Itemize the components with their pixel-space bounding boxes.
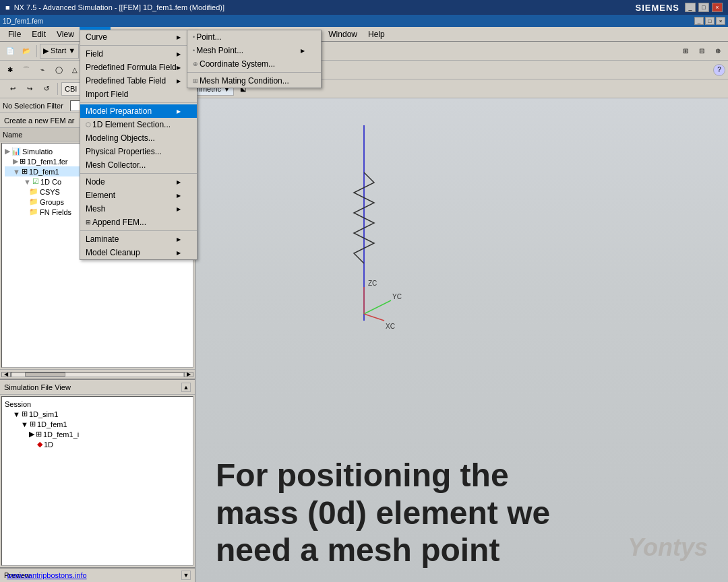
menu-sep3 bbox=[80, 173, 197, 174]
menu-curve[interactable]: Curve ▶ bbox=[80, 30, 197, 44]
viewport-3d[interactable]: ZC YC XC For positioning the mass (0d) e… bbox=[195, 98, 728, 582]
tb3-refresh[interactable]: ↺ bbox=[39, 82, 54, 96]
sim-file-item[interactable]: ▼ ⊞ 1D_sim1 bbox=[5, 409, 190, 419]
sim-file-item[interactable]: ▶ ⊞ 1D_fem1_i bbox=[5, 429, 190, 439]
menu-edit[interactable]: Edit bbox=[26, 27, 51, 41]
tb2-1[interactable]: ✱ bbox=[3, 63, 18, 77]
tb3-redo[interactable]: ↪ bbox=[22, 82, 37, 96]
inner-title-text: 1D_fem1.fem bbox=[3, 18, 43, 25]
tree-name-col: Name bbox=[3, 131, 22, 139]
svg-text:YC: YC bbox=[392, 293, 402, 300]
menu-help[interactable]: Help bbox=[363, 27, 390, 41]
menu-field[interactable]: Field ▶ bbox=[80, 47, 197, 61]
menu-1d-element-section[interactable]: ⬡ 1D Element Section... bbox=[80, 118, 197, 131]
tb-right2[interactable]: ⊟ bbox=[694, 44, 709, 59]
sim-file-item-label: 1D_fem1 bbox=[37, 420, 67, 428]
tree-item-label: FN Fields bbox=[40, 208, 71, 216]
sim-file-title: Simulation File View bbox=[4, 383, 71, 391]
inner-title-bar: 1D_fem1.fem _ □ × bbox=[0, 15, 728, 27]
menu-laminate[interactable]: Laminate ▶ bbox=[80, 232, 197, 246]
model-svg: ZC YC XC bbox=[297, 119, 499, 354]
tree-item-label: Simulatio bbox=[22, 148, 53, 156]
submenu-point[interactable]: • Point... bbox=[187, 30, 321, 44]
inner-restore[interactable]: □ bbox=[705, 17, 715, 25]
sim-file-item-label: 1D_fem1_i bbox=[43, 430, 79, 439]
menu-physical-properties[interactable]: Physical Properties... bbox=[80, 145, 197, 158]
website-link[interactable]: www.cantripbostons.info bbox=[7, 571, 87, 579]
scroll-right[interactable]: ▶ bbox=[184, 372, 193, 377]
inner-window-controls[interactable]: _ □ × bbox=[694, 17, 725, 25]
tb2-3[interactable]: ⌁ bbox=[35, 63, 50, 77]
tb2-2[interactable]: ⌒ bbox=[19, 63, 34, 77]
menu-element[interactable]: Element ▶ bbox=[80, 189, 197, 202]
sep5 bbox=[57, 83, 58, 95]
watermark-text: Yontys bbox=[628, 534, 708, 561]
scroll-left[interactable]: ◀ bbox=[1, 372, 11, 377]
canvas-area: ▶ ⊕ ◯ ⌂ ▣ ⊞ ◈ ⊟ ? ◀ ▶ Default: NX NASTRA… bbox=[195, 98, 728, 582]
svg-text:XC: XC bbox=[386, 323, 395, 330]
tree-item-label: 1D Co bbox=[40, 178, 61, 186]
sim-file-item-label: 1D bbox=[44, 441, 53, 449]
inner-close[interactable]: × bbox=[716, 17, 725, 25]
overlay-line1: For positioning the bbox=[216, 457, 715, 494]
menu-model-cleanup[interactable]: Model Cleanup ▶ bbox=[80, 246, 197, 259]
sim-file-item-label: Session bbox=[5, 400, 31, 408]
menu-mesh-collector[interactable]: Mesh Collector... bbox=[80, 158, 197, 172]
menu-predefined-formula[interactable]: Predefined Formula Field ▶ bbox=[80, 61, 197, 74]
tb2-4[interactable]: ◯ bbox=[51, 63, 66, 77]
tb-right3[interactable]: ⊕ bbox=[710, 44, 725, 59]
menu-sep4 bbox=[80, 230, 197, 231]
menu-sep2 bbox=[80, 102, 197, 103]
inner-minimize[interactable]: _ bbox=[694, 17, 704, 25]
menu-predefined-table[interactable]: Predefined Table Field ▶ bbox=[80, 74, 197, 88]
sim-file-item[interactable]: ◆ 1D bbox=[5, 439, 190, 449]
menu-append-fem[interactable]: ⊞ Append FEM... bbox=[80, 216, 197, 229]
url-text: www.cantripbostons.info bbox=[7, 571, 87, 579]
submenu-mesh-point[interactable]: • Mesh Point... ▶ bbox=[187, 44, 321, 57]
sim-file-header: Simulation File View ▲ bbox=[0, 380, 195, 395]
submenu-mesh-mating[interactable]: ⊞ Mesh Mating Condition... bbox=[187, 74, 321, 88]
menu-import-field[interactable]: Import Field bbox=[80, 88, 197, 101]
maximize-button[interactable]: □ bbox=[698, 3, 709, 12]
tb-start-icon[interactable]: ▶ Start ▼ bbox=[40, 44, 79, 59]
scroll-thumb[interactable] bbox=[25, 373, 65, 377]
sim-file-content[interactable]: Session ▼ ⊞ 1D_sim1 ▼ ⊞ 1D_fem1 ▶ ⊞ 1D_f… bbox=[1, 396, 193, 566]
menu-window[interactable]: Window bbox=[323, 27, 363, 41]
sim-file-expand[interactable]: ▲ bbox=[181, 383, 191, 392]
tb3-undo[interactable]: ↩ bbox=[5, 82, 20, 96]
tb2-help[interactable]: ? bbox=[713, 64, 725, 76]
tb-open[interactable]: 📂 bbox=[19, 44, 34, 59]
minimize-button[interactable]: _ bbox=[685, 3, 696, 12]
sim-file-item[interactable]: Session bbox=[5, 399, 190, 409]
sim-file-controls[interactable]: ▲ bbox=[181, 383, 191, 392]
window-controls[interactable]: _ □ × bbox=[685, 3, 723, 12]
overlay-line2: mass (0d) element we bbox=[216, 494, 715, 531]
scroll-track[interactable] bbox=[11, 372, 184, 377]
tree-hscroll[interactable]: ◀ ▶ bbox=[0, 369, 195, 379]
submenu-coordinate-system[interactable]: ⊕ Coordinate System... bbox=[187, 57, 321, 71]
menu-sep bbox=[80, 45, 197, 46]
close-button[interactable]: × bbox=[712, 3, 723, 12]
menu-modeling-objects[interactable]: Modeling Objects... bbox=[80, 131, 197, 145]
menu-model-preparation[interactable]: Model Preparation ▶ bbox=[80, 104, 197, 118]
title-bar: ■ NX 7.5 - Advanced Simulation - [[FEM] … bbox=[0, 0, 728, 15]
menu-node[interactable]: Node ▶ bbox=[80, 175, 197, 189]
title-label: NX 7.5 - Advanced Simulation - [[FEM] 1D… bbox=[14, 3, 224, 11]
svg-text:ZC: ZC bbox=[368, 280, 377, 287]
sim-file-item-label: 1D_sim1 bbox=[29, 410, 58, 418]
tree-item-label: 1D_fem1 bbox=[29, 168, 59, 176]
tree-item-label: CSYS bbox=[40, 188, 60, 196]
preview-toggle[interactable]: ▼ bbox=[181, 571, 191, 580]
tree-item-label: 1D_fem1.fer bbox=[27, 158, 68, 166]
tb-new[interactable]: 📄 bbox=[3, 44, 18, 59]
title-text: ■ NX 7.5 - Advanced Simulation - [[FEM] … bbox=[5, 3, 224, 11]
menu-mesh[interactable]: Mesh ▶ bbox=[80, 202, 197, 216]
sim-file-item[interactable]: ▼ ⊞ 1D_fem1 bbox=[5, 419, 190, 429]
menu-view[interactable]: View bbox=[51, 27, 80, 41]
tb-right1[interactable]: ⊞ bbox=[678, 44, 693, 59]
model-prep-submenu[interactable]: • Point... • Mesh Point... ▶ ⊕ Coordinat… bbox=[187, 30, 322, 88]
insert-dropdown-menu[interactable]: Curve ▶ Field ▶ Predefined Formula Field… bbox=[80, 30, 198, 260]
menu-file[interactable]: File bbox=[3, 27, 26, 41]
preview-controls[interactable]: ▼ bbox=[181, 571, 191, 580]
svg-line-2 bbox=[364, 300, 391, 314]
